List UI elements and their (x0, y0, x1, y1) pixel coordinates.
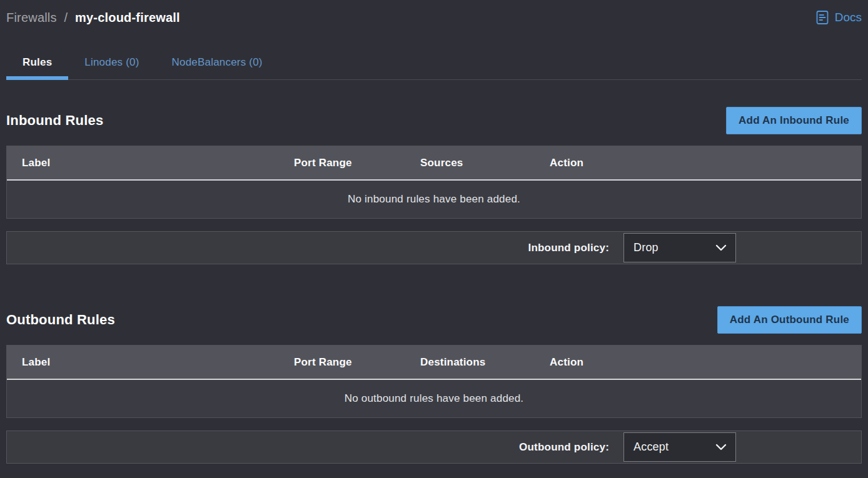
inbound-col-label: Label (7, 157, 294, 169)
tab-nodebalancers-label: NodeBalancers (0) (172, 56, 263, 68)
inbound-section-header: Inbound Rules Add An Inbound Rule (6, 107, 862, 134)
add-inbound-rule-button[interactable]: Add An Inbound Rule (726, 107, 862, 134)
outbound-policy-row: Outbound policy: Accept (6, 431, 862, 464)
breadcrumb-separator: / (64, 11, 68, 24)
tab-linodes-label: Linodes (0) (84, 56, 139, 68)
tab-bar: Rules Linodes (0) NodeBalancers (0) (6, 51, 862, 80)
outbound-rules-title: Outbound Rules (6, 312, 115, 328)
outbound-col-label: Label (7, 356, 294, 369)
docs-label: Docs (835, 11, 862, 24)
outbound-table-header: Label Port Range Destinations Action (7, 346, 861, 380)
inbound-rules-table: Label Port Range Sources Action No inbou… (6, 146, 862, 219)
policy-spacer (736, 447, 861, 447)
inbound-policy-value: Drop (633, 241, 659, 254)
add-outbound-rule-button[interactable]: Add An Outbound Rule (717, 306, 862, 334)
inbound-table-header: Label Port Range Sources Action (7, 146, 861, 181)
outbound-col-destinations: Destinations (420, 356, 550, 369)
inbound-policy-row: Inbound policy: Drop (6, 231, 862, 264)
outbound-policy-select[interactable]: Accept (623, 432, 736, 462)
outbound-empty-row: No outbound rules have been added. (7, 380, 861, 417)
topbar: Firewalls / my-cloud-firewall Docs (6, 4, 862, 31)
chevron-down-icon (715, 242, 727, 254)
outbound-col-action: Action (550, 356, 861, 369)
outbound-col-port-range: Port Range (294, 356, 420, 369)
docs-link[interactable]: Docs (815, 10, 862, 25)
docs-document-icon (815, 10, 829, 25)
inbound-rules-title: Inbound Rules (6, 112, 103, 129)
outbound-policy-value: Accept (633, 441, 669, 454)
policy-spacer (736, 247, 861, 248)
tab-rules-label: Rules (23, 56, 52, 68)
active-tab-underline (6, 76, 68, 80)
inbound-policy-label: Inbound policy: (528, 242, 609, 254)
inbound-col-sources: Sources (420, 157, 550, 169)
outbound-empty-text: No outbound rules have been added. (345, 392, 524, 405)
outbound-section-header: Outbound Rules Add An Outbound Rule (6, 306, 862, 334)
tab-linodes[interactable]: Linodes (0) (68, 51, 155, 79)
inbound-empty-row: No inbound rules have been added. (7, 181, 861, 218)
breadcrumb-firewalls-link[interactable]: Firewalls (6, 11, 57, 24)
breadcrumb: Firewalls / my-cloud-firewall (6, 11, 180, 25)
inbound-empty-text: No inbound rules have been added. (348, 193, 520, 206)
outbound-policy-label: Outbound policy: (519, 441, 609, 454)
tab-rules[interactable]: Rules (6, 51, 68, 79)
firewall-detail-page: Firewalls / my-cloud-firewall Docs Rules… (0, 4, 868, 464)
inbound-col-port-range: Port Range (294, 157, 420, 169)
chevron-down-icon (715, 442, 727, 453)
inbound-policy-select[interactable]: Drop (623, 233, 736, 262)
tab-nodebalancers[interactable]: NodeBalancers (0) (156, 51, 279, 79)
inbound-col-action: Action (550, 157, 861, 169)
outbound-rules-table: Label Port Range Destinations Action No … (6, 345, 862, 418)
breadcrumb-current-firewall: my-cloud-firewall (75, 11, 180, 24)
